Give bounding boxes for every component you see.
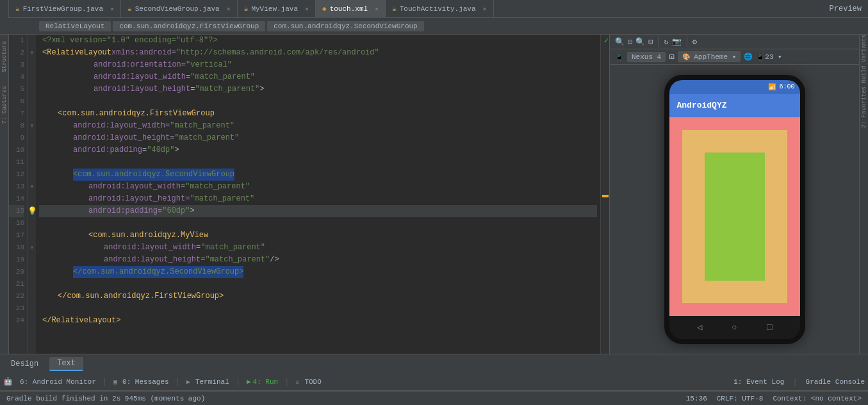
fold-btn-17[interactable]: ▼ [30,245,33,251]
right-sidebar: Build Variants 2: Favorites [859,35,868,354]
preview-toolbar: 🔍 ⊡ 🔍 ⊟ ↻ 📷 ⚙ [610,35,859,49]
android-icon: 🤖 [3,377,13,386]
tab-text[interactable]: Text [49,357,83,371]
gradle-console-btn[interactable]: Gradle Console [806,378,865,386]
action-bar: 🤖 6: Android Monitor | ▣ 0: Messages | ▶… [0,373,868,391]
phone-nav-bar: ◁ ○ □ [669,316,800,339]
code-line-17: <com.sun.androidqyz.MyView [39,229,597,242]
tab-close-touchxml[interactable]: ✕ [375,5,379,13]
device-selector-bar: 📱 Nexus 4 ⊡ 🎨 AppTheme ▾ 🌐 📱23 ▾ [610,49,859,65]
zoom-actual-btn[interactable]: ⊡ [628,37,632,47]
code-line-4: android:layout_width="match_parent" [39,71,597,83]
breadcrumb-secondviewgroup[interactable]: com.sun.androidqyz.SecondViewGroup [267,21,423,31]
breadcrumb-relativelayout[interactable]: RelativeLayout [39,21,111,31]
status-bar: Gradle build finished in 2s 945ms (momen… [0,391,868,405]
bottom-tab-bar: Design Text [0,354,868,373]
tab-design[interactable]: Design [3,358,46,370]
run-icon: ▶ [247,377,251,386]
api-selector[interactable]: 📱23 ▾ [756,53,782,61]
tab-close-touchactivity[interactable]: ✕ [483,5,487,13]
code-line-22: </com.sun.androidqyz.FirstViewGroup> [39,290,597,302]
preview-label: Preview [830,4,868,13]
breadcrumb-firstviewgroup[interactable]: com.sun.androidqyz.FirstViewGroup [113,21,265,31]
build-status-text: Gradle build finished in 2s 945ms (momen… [6,395,205,402]
fold-btn-8[interactable]: ▼ [30,123,33,129]
code-line-8: android:layout_width="match_parent" [39,120,597,132]
tab-myview[interactable]: ☕ MyView.java ✕ [238,0,316,18]
phone-status-bar: 📶 6:00 [669,80,800,94]
fold-btn-2[interactable]: ▼ [30,50,33,56]
build-variants-label: Build Variants [861,35,867,87]
recents-btn: □ [767,322,772,333]
zoom-out-btn[interactable]: 🔍 [635,37,645,47]
device-icon[interactable]: 📱 [615,53,624,61]
fold-btn-12[interactable]: ▼ [30,184,33,190]
code-line-9: android:layout_height="match_parent" [39,132,597,144]
code-line-13: android:layout_width="match_parent" [39,181,597,193]
code-line-6 [39,95,597,108]
refresh-btn[interactable]: ↻ [664,37,668,47]
code-line-23 [39,302,597,315]
device-type-icon[interactable]: ⊡ [669,51,674,62]
preview-panel: 🔍 ⊡ 🔍 ⊟ ↻ 📷 ⚙ 📱 Nexus 4 ⊡ 🎨 AppTheme ▾ [609,35,859,354]
warning-marker [602,195,609,197]
code-editor[interactable]: <?xml version="1.0" encoding="utf-8"?> <… [36,35,600,354]
phone-preview-container: 📶 6:00 AndroidQYZ ◁ ○ [610,65,859,354]
zoom-fit-btn[interactable]: ⊟ [648,37,653,47]
zoom-in-btn[interactable]: 🔍 [615,37,625,47]
code-line-21 [39,278,597,290]
theme-selector[interactable]: 🎨 AppTheme ▾ [678,51,741,62]
terminal-icon: ▶ [186,378,190,386]
phone-device: 📶 6:00 AndroidQYZ ◁ ○ [664,75,805,344]
screenshot-btn[interactable]: 📷 [672,37,682,47]
code-line-10: android:padding="40dp"> [39,144,597,156]
code-line-7: <com.sun.androidqyz.FirstViewGroup [39,108,597,120]
context-display: Context: <no context> [773,395,862,402]
tab-close-secondviewgroup[interactable]: ✕ [227,5,231,13]
settings-btn[interactable]: ⚙ [692,37,697,47]
tab-secondviewgroup[interactable]: ☕ SecondViewGroup.java ✕ [121,0,238,18]
tab-firstviewgroup[interactable]: ☕ FirstViewGroup.java ✕ [9,0,121,18]
line-numbers: 1 2 3 4 5 6 7 8 9 10 11 12 13 14 15 16 1… [9,35,28,354]
code-line-11 [39,156,597,169]
locale-icon[interactable]: 🌐 [744,53,753,61]
phone-time: 6:00 [779,83,794,90]
event-log-btn[interactable]: 1: Event Log [733,378,784,386]
android-monitor-btn[interactable]: 6: Android Monitor [20,378,96,386]
code-line-1: <?xml version="1.0" encoding="utf-8"?> [39,35,597,47]
captures-label: 7: Captures [1,86,8,124]
home-btn: ○ [732,322,737,333]
code-line-19: android:layout_height="match_parent"/> [39,254,597,266]
code-line-20: </com.sun.androidqyz.SecondViewGroup> [39,266,597,278]
code-line-16 [39,217,597,229]
code-line-5: android:layout_height="match_parent"> [39,83,597,95]
tab-close-firstviewgroup[interactable]: ✕ [110,5,114,13]
time-display: 15:36 [686,395,707,402]
divider [658,37,659,47]
structure-label: Structure [1,41,8,72]
left-sidebar: Structure 7: Captures [0,35,9,354]
phone-action-bar: AndroidQYZ [669,94,800,117]
app-name-label: AndroidQYZ [677,101,727,110]
fold-gutter: ▼ ▼ ▼ 💡 ▼ [28,35,36,354]
todo-icon: ☑ [295,378,299,386]
tab-touchactivity[interactable]: ☕ TouchActivity.java ✕ [386,0,493,18]
all-ok-indicator: ✓ [604,36,609,45]
gutter-right: ✓ [600,35,609,354]
todo-btn[interactable]: TODO [304,378,321,386]
terminal-btn[interactable]: Terminal [195,378,229,386]
favorites-label: 2: Favorites [861,87,867,160]
run-btn[interactable]: ▶ 4: Run [247,377,278,386]
code-line-2: <RelativeLayout xmlns:android="http://sc… [39,47,597,59]
messages-btn[interactable]: 0: Messages [122,378,169,386]
line-ending: CRLF: UTF-8 [717,395,764,402]
divider2 [687,37,687,47]
code-line-24: </RelativeLayout> [39,315,597,327]
code-line-12: <com.sun.androidqyz.SecondViewGroup [39,169,597,181]
device-selector[interactable]: Nexus 4 [627,52,666,62]
code-line-3: android:orientation="vertical" [39,59,597,71]
messages-icon: ▣ [113,378,117,386]
tab-close-myview[interactable]: ✕ [305,5,309,13]
status-right: 15:36 CRLF: UTF-8 Context: <no context> [686,395,862,402]
tab-touchxml[interactable]: ◈ touch.xml ✕ [316,0,386,18]
